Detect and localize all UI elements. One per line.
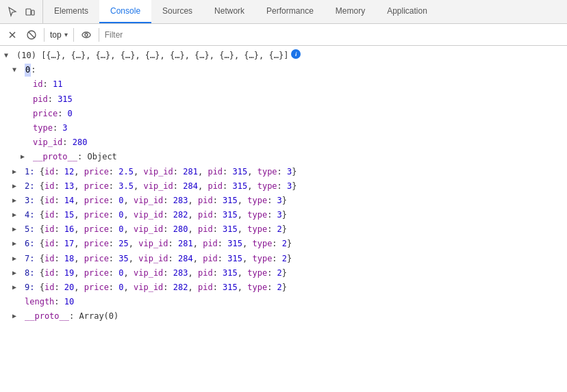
device-toggle-icon[interactable] <box>23 5 37 18</box>
item2-content: {id: 13, price: 3.5, vip_id: 284, pid: 3… <box>40 180 297 193</box>
item5-index: 5: <box>25 223 34 236</box>
expand-item4-arrow[interactable]: ▶ <box>12 209 16 220</box>
expand-array-arrow[interactable]: ▼ <box>4 50 8 61</box>
tab-memory[interactable]: Memory <box>325 0 376 23</box>
array-proto-val: Array(0) <box>79 310 118 323</box>
item9-content: {id: 20, price: 0, vip_id: 282, pid: 315… <box>40 281 287 294</box>
item7-content: {id: 18, price: 35, vip_id: 284, pid: 31… <box>40 252 292 265</box>
item1-content: {id: 12, price: 2.5, vip_id: 281, pid: 3… <box>40 166 297 179</box>
list-item-9: ▶ 9: {id: 20, price: 0, vip_id: 282, pid… <box>0 280 567 295</box>
list-item-5: ▶ 5: {id: 16, price: 0, vip_id: 280, pid… <box>0 222 567 237</box>
item2-index: 2: <box>25 180 34 193</box>
item6-content: {id: 17, price: 25, vip_id: 281, pid: 31… <box>40 237 292 250</box>
item0-price-line: price: 0 <box>0 107 567 121</box>
context-label: top <box>50 30 62 40</box>
item0-pid-line: pid: 315 <box>0 92 567 107</box>
clear-console-icon[interactable] <box>5 28 19 42</box>
toolbar-divider-2 <box>73 28 74 42</box>
item4-index: 4: <box>25 209 34 222</box>
item0-vip_id-key: vip_id <box>33 136 62 149</box>
item0-id-key: id <box>33 78 42 91</box>
length-line: length: 10 <box>0 295 567 309</box>
item0-pid-key: pid <box>33 93 48 106</box>
list-item-8: ▶ 8: {id: 19, price: 0, vip_id: 283, pid… <box>0 266 567 280</box>
toolbar-divider <box>44 28 45 42</box>
console-toolbar: top ▾ <box>0 24 567 46</box>
eye-icon[interactable] <box>79 28 93 42</box>
item5-content: {id: 16, price: 0, vip_id: 280, pid: 315… <box>40 223 287 236</box>
item0-vip_id-val: 280 <box>73 136 88 149</box>
list-item-4: ▶ 4: {id: 15, price: 0, vip_id: 282, pid… <box>0 208 567 222</box>
tab-application[interactable]: Application <box>376 0 438 23</box>
length-key: length <box>25 296 54 309</box>
item0-price-key: price <box>33 107 58 120</box>
tab-console[interactable]: Console <box>99 0 151 23</box>
item0-pid-val: 315 <box>58 93 73 106</box>
svg-rect-0 <box>26 9 31 15</box>
expand-array-proto-arrow[interactable]: ▶ <box>12 311 16 322</box>
svg-point-5 <box>85 34 88 36</box>
item8-index: 8: <box>25 267 34 280</box>
list-item-6: ▶ 6: {id: 17, price: 25, vip_id: 281, pi… <box>0 237 567 251</box>
tab-elements[interactable]: Elements <box>43 0 99 23</box>
context-selector[interactable]: top ▾ <box>50 30 68 40</box>
item1-index: 1: <box>25 166 34 179</box>
devtools-toolbar: Elements Console Sources Network Perform… <box>0 0 567 24</box>
item0-proto-val: Object <box>87 151 116 164</box>
console-output: ▼ (10) [{…}, {…}, {…}, {…}, {…}, {…}, {…… <box>0 46 567 392</box>
array-count: (10) <box>16 49 41 62</box>
item0-index-line: ▼ 0: <box>0 63 567 77</box>
list-item-2: ▶ 2: {id: 13, price: 3.5, vip_id: 284, p… <box>0 179 567 194</box>
tab-network[interactable]: Network <box>203 0 255 23</box>
info-icon[interactable]: i <box>291 49 301 59</box>
item0-type-line: type: 3 <box>0 121 567 135</box>
stop-icon[interactable] <box>25 28 38 42</box>
item9-index: 9: <box>25 281 34 294</box>
list-item-7: ▶ 7: {id: 18, price: 35, vip_id: 284, pi… <box>0 252 567 266</box>
svg-point-4 <box>82 32 90 38</box>
item3-content: {id: 14, price: 0, vip_id: 283, pid: 315… <box>40 194 287 207</box>
toolbar-icons <box>0 0 43 23</box>
item0-id-val: 11 <box>53 78 62 91</box>
item0-id-line: id: 11 <box>0 77 567 92</box>
item8-content: {id: 19, price: 0, vip_id: 283, pid: 315… <box>40 267 287 280</box>
item0-proto-line: ▶ __proto__: Object <box>0 150 567 164</box>
expand-item5-arrow[interactable]: ▶ <box>12 224 16 235</box>
array-proto-line: ▶ __proto__: Array(0) <box>0 309 567 324</box>
array-summary-line: ▼ (10) [{…}, {…}, {…}, {…}, {…}, {…}, {…… <box>0 49 567 63</box>
cursor-icon[interactable] <box>5 5 19 18</box>
array-proto-key: __proto__ <box>25 310 69 323</box>
list-item-3: ▶ 3: {id: 14, price: 0, vip_id: 283, pid… <box>0 194 567 208</box>
expand-proto0-arrow[interactable]: ▶ <box>21 151 25 162</box>
item0-vip_id-line: vip_id: 280 <box>0 135 567 150</box>
list-item-1: ▶ 1: {id: 12, price: 2.5, vip_id: 281, p… <box>0 165 567 179</box>
svg-rect-1 <box>32 10 34 15</box>
expand-item7-arrow[interactable]: ▶ <box>12 253 16 264</box>
array-items-summary: [{…}, {…}, {…}, {…}, {…}, {…}, {…}, {…},… <box>41 49 288 62</box>
item6-index: 6: <box>25 237 34 250</box>
item4-content: {id: 15, price: 0, vip_id: 282, pid: 315… <box>40 209 287 222</box>
collapse-item0-arrow[interactable]: ▼ <box>12 64 16 75</box>
item0-type-val: 3 <box>62 122 67 135</box>
expand-item2-arrow[interactable]: ▶ <box>12 181 16 192</box>
expand-item1-arrow[interactable]: ▶ <box>12 166 16 177</box>
tab-sources[interactable]: Sources <box>151 0 203 23</box>
item7-index: 7: <box>25 252 34 265</box>
tab-performance[interactable]: Performance <box>255 0 325 23</box>
toolbar-divider-3 <box>99 28 99 42</box>
length-val: 10 <box>64 296 74 309</box>
expand-item3-arrow[interactable]: ▶ <box>12 195 16 206</box>
item3-index: 3: <box>25 194 34 207</box>
expand-item9-arrow[interactable]: ▶ <box>12 282 16 293</box>
item0-price-val: 0 <box>68 107 73 120</box>
svg-line-3 <box>29 32 34 38</box>
expand-item6-arrow[interactable]: ▶ <box>12 238 16 249</box>
item0-type-key: type <box>33 122 53 135</box>
dropdown-arrow-icon: ▾ <box>64 31 68 38</box>
devtools-tabs: Elements Console Sources Network Perform… <box>43 0 567 23</box>
item0-proto-key: __proto__ <box>33 151 77 164</box>
item0-index: 0 <box>25 64 31 77</box>
filter-input[interactable] <box>105 30 562 40</box>
expand-item8-arrow[interactable]: ▶ <box>12 267 16 278</box>
item0-colon: : <box>31 64 36 77</box>
